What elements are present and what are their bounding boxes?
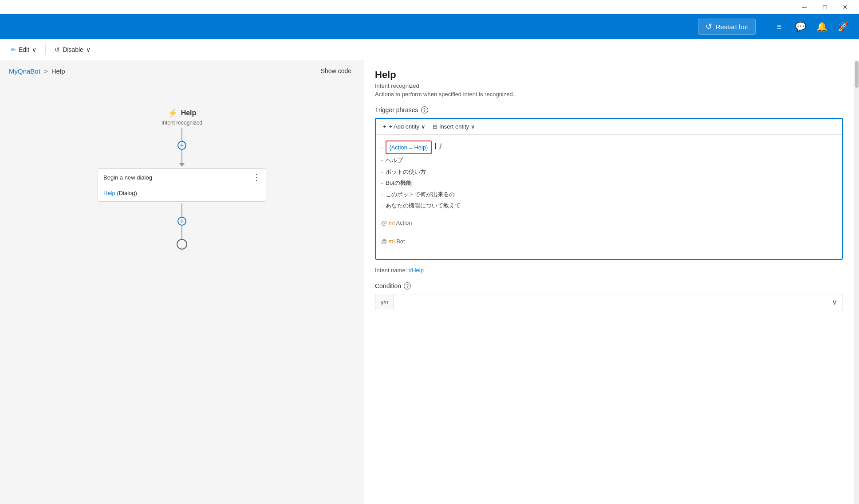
condition-help-icon[interactable]: ? bbox=[404, 282, 411, 289]
plus-icon: + bbox=[383, 123, 386, 130]
flow-node-subtitle: Intent recognized bbox=[162, 120, 202, 126]
intent-name-row: Intent name: #Help bbox=[375, 267, 843, 273]
add-step-button-1[interactable]: + bbox=[177, 141, 186, 150]
right-panel: Help Intent recognized Actions to perfor… bbox=[364, 60, 854, 504]
scrollbar-thumb[interactable] bbox=[855, 61, 859, 88]
canvas-header: MyQnaBot > Help Show code bbox=[0, 60, 364, 82]
condition-label: Condition ? bbox=[375, 282, 843, 289]
topbar-divider bbox=[763, 20, 763, 34]
show-code-button[interactable]: Show code bbox=[317, 66, 355, 76]
notification-button[interactable]: 🔔 bbox=[813, 18, 831, 35]
flow-diagram: ⚡ Help Intent recognized + Begin a new d… bbox=[0, 82, 364, 251]
connector-line-1 bbox=[181, 128, 182, 141]
trigger-line-6: - あなたの機能について教えて bbox=[381, 200, 837, 211]
restart-bot-button[interactable]: ↺ Restart bot bbox=[698, 19, 756, 35]
maximize-button[interactable]: □ bbox=[815, 0, 835, 14]
condition-row: y/n ∨ bbox=[375, 294, 843, 310]
intent-name-label: Intent name: bbox=[375, 267, 407, 273]
toolbar: ✏ Edit ∨ ↺ Disable ∨ bbox=[0, 39, 859, 60]
restart-bot-label: Restart bot bbox=[716, 23, 748, 31]
ml-entity-section: @ ml Action @ ml Bot bbox=[381, 218, 837, 246]
panel-subtitle: Intent recognized bbox=[375, 82, 843, 89]
breadcrumb-current: Help bbox=[51, 67, 65, 75]
chat-icon: 💬 bbox=[795, 21, 806, 32]
card-menu-button[interactable]: ⋮ bbox=[252, 172, 260, 182]
connector-line-2 bbox=[181, 150, 182, 163]
toolbar-separator bbox=[45, 44, 46, 55]
insert-entity-button[interactable]: ⊞ Insert entity ∨ bbox=[429, 121, 479, 132]
text-cursor bbox=[435, 143, 436, 149]
edit-button[interactable]: ✏ Edit ∨ bbox=[7, 44, 40, 55]
hamburger-button[interactable]: ≡ bbox=[770, 18, 788, 35]
condition-prefix: y/n bbox=[375, 295, 394, 309]
trigger-content[interactable]: - {Action = Help} 𝐼 - ヘルプ - ボットの bbox=[376, 135, 842, 259]
flow-node-header: ⚡ Help bbox=[168, 108, 197, 118]
disable-chevron: ∨ bbox=[86, 46, 91, 53]
edit-icon: ✏ bbox=[11, 46, 16, 53]
trigger-line-3: - ボットの使い方 bbox=[381, 167, 837, 177]
trigger-line-2: - ヘルプ bbox=[381, 155, 837, 165]
ml-entity-1: @ ml Action bbox=[381, 218, 837, 228]
flow-card-body: Help (Dialog) bbox=[98, 186, 266, 201]
lightning-icon: ⚡ bbox=[168, 108, 177, 118]
bell-icon: 🔔 bbox=[816, 21, 827, 32]
connector-line-3 bbox=[181, 203, 182, 217]
trigger-editor-toolbar: + + Add entity ∨ ⊞ Insert entity ∨ bbox=[376, 119, 842, 135]
disable-icon: ↺ bbox=[55, 46, 60, 53]
edit-label: Edit bbox=[19, 46, 29, 53]
connector-line-4 bbox=[181, 226, 182, 239]
panel-description: Actions to perform when specified intent… bbox=[375, 91, 843, 98]
condition-input[interactable] bbox=[394, 295, 827, 309]
cursor-i-beam: 𝐼 bbox=[439, 138, 442, 154]
insert-entity-label: Insert entity bbox=[439, 123, 469, 130]
disable-label: Disable bbox=[63, 46, 83, 53]
trigger-phrases-help-icon[interactable]: ? bbox=[421, 106, 428, 113]
condition-section: Condition ? y/n ∨ bbox=[375, 282, 843, 310]
add-entity-label: + Add entity bbox=[389, 123, 419, 130]
scrollbar-track[interactable] bbox=[854, 60, 859, 504]
end-circle bbox=[177, 239, 187, 250]
insert-entity-icon: ⊞ bbox=[433, 123, 437, 130]
edit-chevron: ∨ bbox=[32, 46, 36, 53]
trigger-phrases-label: Trigger phrases ? bbox=[375, 106, 843, 113]
trigger-line-4: - Botの機能 bbox=[381, 178, 837, 188]
trigger-line-1: - {Action = Help} 𝐼 bbox=[381, 138, 837, 154]
add-step-button-2[interactable]: + bbox=[177, 217, 186, 226]
trigger-line-5: - このボットで何が出来るの bbox=[381, 189, 837, 199]
arrow-down-1 bbox=[179, 163, 185, 167]
insert-entity-chevron: ∨ bbox=[471, 123, 475, 130]
breadcrumb-separator: > bbox=[44, 67, 48, 75]
canvas-area: MyQnaBot > Help Show code ⚡ Help Intent … bbox=[0, 60, 364, 504]
breadcrumb-root[interactable]: MyQnaBot bbox=[9, 67, 40, 75]
titlebar: ─ □ ✕ bbox=[0, 0, 859, 14]
main-content: MyQnaBot > Help Show code ⚡ Help Intent … bbox=[0, 60, 859, 504]
disable-button[interactable]: ↺ Disable ∨ bbox=[51, 44, 94, 55]
close-button[interactable]: ✕ bbox=[835, 0, 855, 14]
hamburger-icon: ≡ bbox=[776, 22, 782, 32]
flow-node-title-text: Help bbox=[181, 109, 197, 117]
condition-chevron[interactable]: ∨ bbox=[827, 294, 843, 310]
minimize-button[interactable]: ─ bbox=[794, 0, 815, 14]
topbar: ↺ Restart bot ≡ 💬 🔔 🚀 bbox=[0, 14, 859, 39]
rocket-icon: 🚀 bbox=[838, 21, 849, 32]
flow-card-title: Begin a new dialog bbox=[103, 174, 152, 181]
panel-title: Help bbox=[375, 69, 843, 81]
breadcrumb: MyQnaBot > Help bbox=[9, 67, 65, 75]
intent-name-link[interactable]: #Help bbox=[409, 267, 424, 273]
add-entity-chevron: ∨ bbox=[421, 123, 426, 130]
flow-card-dialog-link[interactable]: Help (Dialog) bbox=[103, 190, 137, 196]
restart-icon: ↺ bbox=[705, 22, 712, 31]
flow-card: Begin a new dialog ⋮ Help (Dialog) bbox=[98, 168, 266, 202]
flow-card-header: Begin a new dialog ⋮ bbox=[98, 169, 266, 186]
trigger-highlighted-entity: {Action = Help} bbox=[386, 141, 431, 154]
chat-button[interactable]: 💬 bbox=[792, 18, 809, 35]
trigger-editor: + + Add entity ∨ ⊞ Insert entity ∨ - {Ac… bbox=[375, 118, 843, 260]
publish-button[interactable]: 🚀 bbox=[834, 18, 852, 35]
add-entity-button[interactable]: + + Add entity ∨ bbox=[379, 121, 429, 132]
ml-entity-2: @ ml Bot bbox=[381, 236, 837, 246]
